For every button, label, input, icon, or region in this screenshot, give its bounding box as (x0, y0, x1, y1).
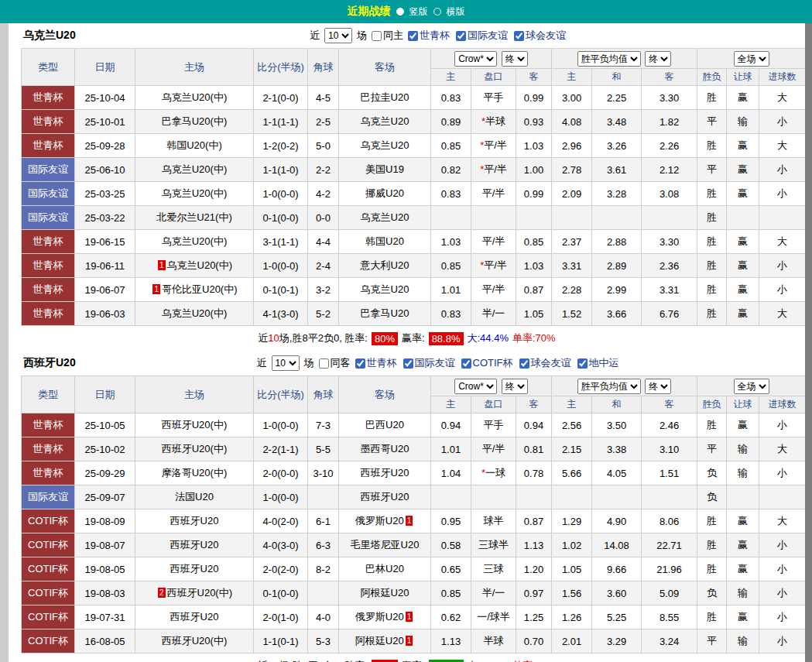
horizontal-layout-radio[interactable] (433, 8, 441, 15)
home-team-cell[interactable]: 西班牙U20(中) (135, 413, 254, 437)
fulltime-select[interactable]: 全场 (734, 51, 769, 67)
away-team-cell[interactable]: 阿根廷U201 (339, 629, 431, 653)
competition-filter[interactable]: 地中运 (577, 356, 619, 370)
same-venue-filter[interactable]: 同客 (319, 356, 351, 370)
odds-cell: 0.94 (431, 413, 471, 437)
corner-cell: 8-2 (308, 557, 339, 581)
away-team-cell[interactable]: 阿根廷U20 (339, 581, 431, 605)
away-team-cell[interactable]: 墨西哥U20 (339, 437, 431, 461)
away-team-cell[interactable]: 美国U19 (339, 158, 431, 182)
home-team-cell[interactable]: 西班牙U20(中) (135, 629, 254, 653)
page-scrollbar[interactable] (805, 23, 812, 662)
home-team-cell[interactable]: 乌克兰U20(中) (135, 182, 254, 206)
odds-provider-select[interactable]: Crow* (454, 379, 497, 394)
avg-stage-select[interactable]: 终 (645, 379, 671, 394)
competition-cell: 世青杯 (22, 134, 75, 158)
competition-filter[interactable]: 世青杯 (408, 29, 450, 43)
odds-cell: 3.61 (592, 158, 642, 182)
odds-provider-select[interactable]: Crow* (454, 51, 497, 67)
col-avg-away: 客 (642, 396, 697, 413)
home-team-cell[interactable]: 1哥伦比亚U20(中) (135, 278, 254, 302)
away-team-cell[interactable]: 意大利U20 (339, 254, 431, 278)
home-team-cell[interactable]: 西班牙U20 (135, 557, 254, 581)
odds-stage-select[interactable]: 终 (502, 51, 528, 67)
fulltime-select[interactable]: 全场 (734, 379, 769, 394)
score-cell: 1-1(1-0) (254, 158, 308, 182)
competition-filter[interactable]: 国际友谊 (403, 356, 455, 370)
home-team-cell[interactable]: 2西班牙U20(中) (135, 581, 254, 605)
competition-filter[interactable]: 世青杯 (355, 356, 397, 370)
home-team-cell[interactable]: 韩国U20(中) (135, 134, 254, 158)
handicap-result-cell: 赢 (727, 86, 759, 110)
away-team-cell[interactable]: 韩国U20 (339, 230, 431, 254)
competition-filter[interactable]: 国际友谊 (456, 29, 508, 43)
odds-cell: 3.38 (592, 437, 642, 461)
competition-cell: COTIF杯 (22, 605, 75, 629)
away-team-cell[interactable]: 乌克兰U20 (339, 110, 431, 134)
odds-rate-badge: 55.5% (429, 660, 464, 662)
competition-checkbox[interactable] (577, 358, 588, 369)
competition-filter[interactable]: 球会友谊 (514, 29, 566, 43)
home-team-cell[interactable]: 巴拿马U20(中) (135, 110, 254, 134)
competition-filter[interactable]: 球会友谊 (519, 356, 571, 370)
competition-checkbox[interactable] (408, 31, 418, 41)
horizontal-layout-label[interactable]: 横版 (447, 5, 465, 19)
avg-stage-select[interactable]: 终 (645, 51, 671, 67)
home-team-cell[interactable]: 西班牙U20 (135, 605, 254, 629)
competition-checkbox[interactable] (514, 31, 524, 41)
odds-cell: 2.56 (552, 413, 592, 437)
home-team-cell[interactable]: 乌克兰U20(中) (135, 230, 254, 254)
home-team-cell[interactable]: 北爱尔兰U21(中) (135, 206, 254, 230)
score-cell: 4-0(3-0) (254, 533, 308, 557)
home-team-cell[interactable]: 乌克兰U20(中) (135, 302, 254, 326)
away-team-cell[interactable]: 巴林U20 (339, 557, 431, 581)
competition-checkbox[interactable] (456, 31, 466, 41)
away-team-cell[interactable]: 巴拿马U20 (339, 302, 431, 326)
away-team-cell[interactable]: 巴拉圭U20 (339, 86, 431, 110)
avg-odds-select[interactable]: 胜平负均值 (577, 51, 641, 67)
same-venue-checkbox[interactable] (372, 31, 382, 41)
vertical-layout-label[interactable]: 竖版 (409, 5, 428, 19)
fulltime-group: 全场 (697, 376, 806, 396)
vertical-layout-radio[interactable] (396, 8, 404, 15)
competition-checkbox[interactable] (403, 358, 413, 369)
odds-cell: 3.28 (592, 182, 642, 206)
result-cell: 胜 (697, 533, 727, 557)
competition-checkbox[interactable] (461, 358, 471, 369)
home-team-cell[interactable]: 1乌克兰U20(中) (135, 254, 254, 278)
home-team-cell[interactable]: 法国U20 (135, 485, 254, 509)
home-team-cell[interactable]: 西班牙U20 (135, 509, 254, 533)
same-venue-checkbox[interactable] (319, 358, 329, 369)
competition-checkbox[interactable] (355, 358, 365, 369)
away-team-cell[interactable]: 毛里塔尼亚U20 (339, 533, 431, 557)
away-team-cell[interactable]: 乌克兰U20 (339, 278, 431, 302)
away-team-cell[interactable]: 挪威U20 (339, 182, 431, 206)
odds-cell: 2.88 (592, 230, 642, 254)
avg-odds-select[interactable]: 胜平负均值 (577, 379, 641, 394)
home-team-cell[interactable]: 乌克兰U20(中) (135, 158, 254, 182)
odds-stage-select[interactable]: 终 (502, 379, 528, 394)
away-team-cell[interactable]: 巴西U20 (339, 413, 431, 437)
result-cell: 平 (697, 158, 727, 182)
odds-cell: 1.56 (552, 581, 592, 605)
competition-checkbox[interactable] (519, 358, 529, 369)
date-cell: 25-10-01 (75, 110, 135, 134)
match-count-select[interactable]: 10 (272, 355, 300, 371)
away-team-cell[interactable]: 乌克兰U20 (339, 206, 431, 230)
match-count-select[interactable]: 10 (324, 28, 352, 43)
same-venue-filter[interactable]: 同主 (372, 29, 403, 43)
result-cell: 胜 (697, 557, 727, 581)
fulltime-group: 全场 (697, 49, 806, 69)
away-team-cell[interactable]: 俄罗斯U201 (339, 509, 431, 533)
away-team-cell[interactable]: 乌克兰U20 (339, 134, 431, 158)
away-team-cell[interactable]: 俄罗斯U201 (339, 605, 431, 629)
competition-filter[interactable]: COTIF杯 (461, 356, 513, 370)
result-cell: 胜 (697, 134, 727, 158)
away-team-cell[interactable]: 西班牙U20 (339, 461, 431, 485)
away-team-cell[interactable]: 西班牙U20 (339, 485, 431, 509)
home-team-cell[interactable]: 西班牙U20(中) (135, 437, 254, 461)
home-team-cell[interactable]: 乌克兰U20(中) (135, 86, 254, 110)
home-team-cell[interactable]: 摩洛哥U20(中) (135, 461, 254, 485)
home-team-cell[interactable]: 西班牙U20 (135, 533, 254, 557)
odds-cell: 3.66 (592, 302, 642, 326)
